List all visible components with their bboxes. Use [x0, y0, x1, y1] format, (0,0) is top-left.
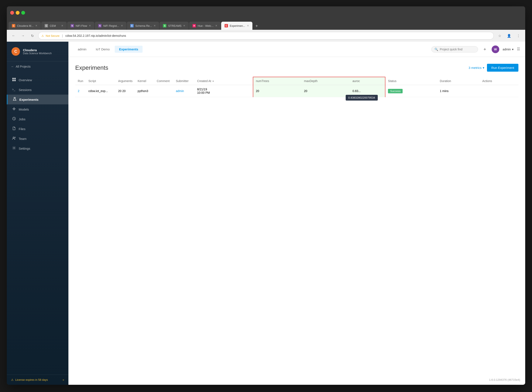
sidebar-item-label-team: Team [19, 137, 27, 140]
search-input[interactable] [440, 48, 475, 51]
tab-close-streams[interactable]: ✕ [183, 24, 185, 27]
tab-close-hue[interactable]: ✕ [215, 24, 217, 27]
run-link[interactable]: 2 [78, 89, 79, 93]
sidebar-item-sessions[interactable]: >_Sessions [7, 85, 68, 95]
sidebar-logo: C Cloudera Data Science Workbench [7, 42, 68, 61]
svg-rect-2 [12, 78, 14, 79]
tab-close-nifi_reg[interactable]: ✕ [121, 24, 123, 27]
url-bar[interactable]: ⚠ Not Secure | cdsw.54.202.2.197.nip.io/… [38, 32, 494, 40]
browser-tab-hue[interactable]: HHue - Welc...✕ [189, 22, 221, 30]
tab-close-experiments[interactable]: ✕ [247, 24, 249, 27]
menu-button[interactable]: ⋮ [515, 32, 522, 39]
browser-tab-cem[interactable]: CCEM✕ [41, 22, 67, 30]
tab-favicon-cloudera: C [12, 24, 15, 28]
metrics-dropdown-button[interactable]: 3 metrics ▾ [469, 66, 485, 70]
version-text: 1.6.0.1294376 (46715e4) [489, 378, 520, 381]
add-button[interactable]: + [481, 46, 488, 53]
search-box[interactable]: 🔍 [431, 46, 478, 52]
content-area: Experiments 3 metrics ▾ Run Experiment R… [68, 57, 525, 385]
account-button[interactable]: 👤 [506, 32, 513, 39]
tab-close-nifi_flow[interactable]: ✕ [89, 24, 91, 27]
sidebar-item-experiments[interactable]: Experiments [7, 95, 68, 104]
main-content: adminIoT DemoExperiments 🔍 + W admin ▾ ⠿ [68, 42, 525, 385]
tab-favicon-schema_reg: S [130, 24, 134, 28]
col-header-comment: Comment [154, 77, 173, 85]
sidebar-item-overview[interactable]: Overview [7, 75, 68, 85]
jobs-icon [12, 117, 16, 121]
cell-comment [154, 85, 173, 97]
app-layout: C Cloudera Data Science Workbench ← All … [7, 42, 525, 385]
sidebar-item-models[interactable]: Models [7, 104, 68, 114]
submitter-link[interactable]: admin [176, 89, 184, 93]
user-menu-button[interactable]: admin ▾ [503, 48, 513, 51]
sidebar-footer: ⚠ License expires in 58 days « [7, 375, 68, 385]
tab-close-cloudera[interactable]: ✕ [35, 24, 37, 27]
cell-actions [480, 85, 518, 97]
cell-status: Success [385, 85, 437, 97]
cell-script: cdsw.iot_exp... [86, 85, 116, 97]
sidebar-item-settings[interactable]: Settings [7, 144, 68, 153]
team-icon [12, 136, 16, 141]
close-button[interactable] [10, 11, 14, 15]
svg-rect-3 [14, 78, 16, 79]
sidebar-item-label-jobs: Jobs [19, 117, 25, 121]
top-tab-experiments[interactable]: Experiments [115, 46, 142, 53]
col-header-numtrees: numTrees [253, 77, 301, 85]
new-tab-button[interactable]: + [253, 22, 260, 30]
svg-text:>_: >_ [12, 88, 15, 91]
sort-icon: ▼ [212, 80, 214, 83]
svg-text:C: C [14, 49, 17, 54]
back-to-projects[interactable]: ← All Projects [7, 61, 68, 72]
sessions-icon: >_ [12, 87, 16, 92]
sidebar-item-label-files: Files [19, 127, 25, 131]
forward-button[interactable]: → [19, 32, 26, 39]
browser-tab-nifi_flow[interactable]: NNiFi Flow✕ [67, 22, 94, 30]
license-warning: ⚠ License expires in 58 days « [11, 378, 64, 381]
cell-created-at: 8/21/19 10:00 PM [195, 85, 253, 97]
sidebar-item-label-sessions: Sessions [19, 88, 32, 92]
bookmark-button[interactable]: ☆ [496, 32, 503, 39]
top-tab-admin[interactable]: admin [74, 46, 91, 53]
experiments-icon [13, 97, 17, 102]
browser-tab-cloudera[interactable]: CCloudera M...✕ [9, 22, 41, 30]
browser-tab-experiments[interactable]: EExperimen...✕ [221, 22, 252, 30]
sidebar-item-label-models: Models [19, 107, 29, 111]
metrics-label: 3 metrics [469, 66, 482, 70]
tab-favicon-nifi_flow: N [70, 24, 74, 28]
tab-label-hue: Hue - Welc... [198, 24, 213, 28]
sidebar-item-team[interactable]: Team [7, 134, 68, 144]
tabs-bar: CCloudera M...✕CCEM✕NNiFi Flow✕NNiFi Reg… [7, 19, 525, 30]
address-bar: ← → ↻ ⚠ Not Secure | cdsw.54.202.2.197.n… [7, 30, 525, 42]
logo-subtitle: Data Science Workbench [23, 52, 52, 55]
created-date: 8/21/19 [197, 88, 250, 91]
top-tab-iot_demo[interactable]: IoT Demo [92, 46, 114, 53]
tab-close-cem[interactable]: ✕ [61, 24, 63, 27]
browser-tab-nifi_reg[interactable]: NNiFi Regist...✕ [95, 22, 126, 30]
sidebar-item-jobs[interactable]: Jobs [7, 114, 68, 124]
cell-run: 2 [75, 85, 86, 97]
col-header-arguments: Arguments [116, 77, 135, 85]
tab-label-nifi_flow: NiFi Flow [76, 24, 87, 28]
fullscreen-button[interactable] [21, 11, 25, 15]
tab-label-cem: CEM [50, 24, 60, 28]
tab-favicon-nifi_reg: N [98, 24, 102, 28]
apps-grid-button[interactable]: ⠿ [517, 47, 520, 52]
back-button[interactable]: ← [10, 32, 17, 39]
run-experiment-button[interactable]: Run Experiment [487, 64, 518, 72]
sidebar-item-label-overview: Overview [19, 78, 32, 82]
sidebar-item-files[interactable]: Files [7, 124, 68, 134]
reload-button[interactable]: ↻ [29, 32, 36, 39]
sidebar: C Cloudera Data Science Workbench ← All … [7, 42, 68, 385]
svg-rect-5 [14, 80, 16, 81]
user-chevron-icon: ▾ [512, 48, 513, 51]
tab-close-schema_reg[interactable]: ✕ [154, 24, 156, 27]
col-header-maxdepth: maxDepth [301, 77, 350, 85]
collapse-icon[interactable]: « [63, 378, 64, 381]
browser-tab-schema_reg[interactable]: SSchema Re...✕ [127, 22, 159, 30]
logo-title: Cloudera [23, 48, 52, 52]
browser-tab-streams[interactable]: SSTREAMS✕ [160, 22, 189, 30]
experiments-table: Run Script Arguments Kernel Comment Subm… [75, 77, 518, 97]
minimize-button[interactable] [16, 11, 19, 15]
tab-label-experiments: Experimen... [230, 24, 245, 28]
security-warning-icon: ⚠ [42, 34, 44, 37]
